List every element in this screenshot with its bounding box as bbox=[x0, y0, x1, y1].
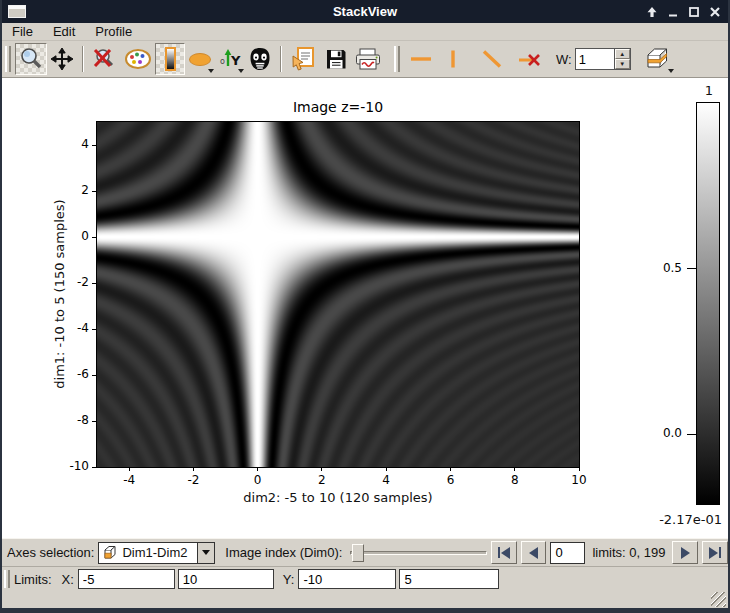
y-tick bbox=[92, 421, 96, 422]
combobox-dropdown-button[interactable] bbox=[197, 543, 214, 563]
axes-selection-combobox[interactable]: Dim1-Dim2 bbox=[98, 542, 215, 564]
image-index-slider[interactable] bbox=[350, 542, 487, 564]
y-tick bbox=[92, 191, 96, 192]
profile-width-label: W: bbox=[556, 52, 572, 67]
y-tick-label: 4 bbox=[62, 137, 89, 151]
y-tick-label: 0 bbox=[62, 229, 89, 243]
profile-width-input[interactable] bbox=[576, 49, 614, 69]
gradient-bar-icon bbox=[165, 47, 176, 71]
spin-down-button[interactable]: ▼ bbox=[615, 59, 630, 69]
next-frame-button[interactable] bbox=[672, 541, 698, 564]
spin-up-button[interactable]: ▲ bbox=[615, 49, 630, 59]
x-tick-label: 4 bbox=[371, 473, 401, 487]
y-min-input[interactable] bbox=[298, 569, 396, 589]
shade-button[interactable] bbox=[645, 5, 659, 19]
zoom-reset-button[interactable] bbox=[89, 43, 121, 75]
maximize-button[interactable] bbox=[687, 5, 701, 19]
axes-selection-value: Dim1-Dim2 bbox=[122, 545, 187, 560]
copy-button[interactable] bbox=[287, 43, 321, 75]
x-tick bbox=[386, 467, 387, 471]
first-icon bbox=[498, 547, 500, 558]
printer-icon bbox=[354, 47, 382, 71]
magnifier-icon bbox=[18, 46, 44, 72]
svg-text:o: o bbox=[220, 57, 225, 66]
close-button[interactable] bbox=[708, 5, 722, 19]
limits-label: Limits: bbox=[14, 572, 52, 587]
menu-file[interactable]: File bbox=[2, 23, 43, 41]
profile-width-spinbox: ▲ ▼ bbox=[575, 48, 631, 70]
roi-ellipse-button[interactable] bbox=[185, 43, 215, 75]
line-profile-button[interactable] bbox=[476, 43, 508, 75]
y-axis-label: dim1: -10 to 5 (150 samples) bbox=[52, 199, 67, 388]
x-tick-label: 2 bbox=[307, 473, 337, 487]
image-index-label: Image index (Dim0): bbox=[225, 545, 342, 560]
axes-selection-label: Axes selection: bbox=[7, 545, 94, 560]
x-tick bbox=[129, 467, 130, 471]
y-max-input[interactable] bbox=[399, 569, 499, 589]
frame-index-input[interactable] bbox=[550, 542, 585, 564]
y-tick-label: -10 bbox=[62, 459, 89, 473]
volume-slicing-button[interactable] bbox=[639, 43, 675, 75]
x-tick bbox=[193, 467, 194, 471]
zoom-mode-button[interactable] bbox=[15, 43, 47, 75]
plot-title: Image z=-10 bbox=[293, 99, 383, 115]
resize-grip[interactable] bbox=[711, 592, 726, 607]
slider-groove[interactable] bbox=[350, 551, 487, 555]
vertical-line-icon bbox=[442, 48, 464, 70]
previous-frame-button[interactable] bbox=[521, 541, 547, 564]
magnifier-cross-icon bbox=[92, 47, 118, 71]
x-tick-label: 0 bbox=[243, 473, 273, 487]
y-tick-label: -2 bbox=[62, 275, 89, 289]
colormap-button[interactable] bbox=[121, 43, 155, 75]
limits-toolbar: Limits: X: Y: bbox=[2, 566, 728, 591]
y-tick-label: -8 bbox=[62, 413, 89, 427]
ellipse-icon bbox=[189, 53, 211, 66]
minimize-button[interactable] bbox=[666, 5, 680, 19]
menu-edit[interactable]: Edit bbox=[43, 23, 85, 41]
toolbar-separator bbox=[82, 46, 84, 72]
colorbar bbox=[696, 102, 720, 505]
x-axis-label: dim2: -5 to 10 (120 samples) bbox=[243, 490, 432, 505]
toolbar-grip[interactable] bbox=[5, 46, 11, 72]
last-frame-button[interactable] bbox=[702, 541, 728, 564]
hline-profile-button[interactable] bbox=[404, 43, 438, 75]
window-title: StackView bbox=[0, 4, 730, 19]
menubar: File Edit Profile bbox=[2, 23, 728, 41]
next-icon bbox=[709, 547, 718, 559]
x-max-input[interactable] bbox=[178, 569, 274, 589]
save-button[interactable] bbox=[321, 43, 351, 75]
x-tick-label: 6 bbox=[435, 473, 465, 487]
colorbar-max-label: 1 bbox=[697, 83, 721, 98]
x-tick-label: 8 bbox=[500, 473, 530, 487]
menu-profile[interactable]: Profile bbox=[85, 23, 142, 41]
toolbar-grip[interactable] bbox=[394, 46, 400, 72]
pan-arrows-icon bbox=[50, 47, 74, 71]
y-autoscale-button[interactable]: o Y bbox=[215, 43, 245, 75]
previous-icon bbox=[501, 547, 510, 559]
slider-handle[interactable] bbox=[352, 544, 364, 562]
x-tick bbox=[450, 467, 451, 471]
clear-profile-button[interactable] bbox=[514, 43, 550, 75]
x-limits-label: X: bbox=[62, 572, 74, 587]
pan-mode-button[interactable] bbox=[47, 43, 77, 75]
colorbar-tick bbox=[687, 268, 696, 269]
x-tick bbox=[257, 467, 258, 471]
up-arrow-icon bbox=[646, 6, 658, 18]
horizontal-line-icon bbox=[407, 48, 435, 70]
status-area bbox=[2, 591, 728, 608]
vline-profile-button[interactable] bbox=[438, 43, 468, 75]
heatmap-image[interactable] bbox=[96, 121, 580, 468]
colorbar-toggle-button[interactable] bbox=[155, 43, 185, 75]
y-tick bbox=[92, 237, 96, 238]
print-button[interactable] bbox=[351, 43, 385, 75]
colorbar-tick-label: 0.5 bbox=[642, 261, 682, 275]
toolbar-grip[interactable] bbox=[4, 570, 10, 588]
x-min-input[interactable] bbox=[78, 569, 175, 589]
mask-tool-button[interactable] bbox=[245, 43, 275, 75]
y-tick bbox=[92, 467, 96, 468]
titlebar[interactable]: StackView bbox=[0, 0, 730, 23]
copy-icon bbox=[290, 45, 318, 73]
x-tick bbox=[514, 467, 515, 471]
line-cross-icon bbox=[517, 48, 547, 70]
first-frame-button[interactable] bbox=[491, 541, 517, 564]
